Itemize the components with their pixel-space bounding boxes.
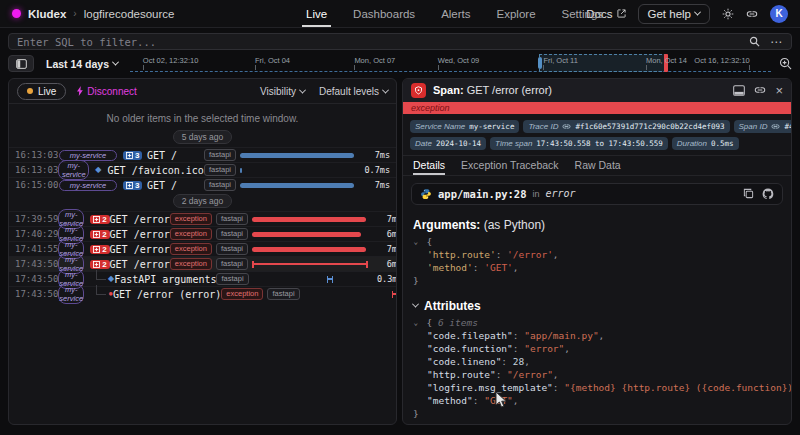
disconnect-label: Disconnect (87, 86, 136, 97)
tab-explore[interactable]: Explore (497, 0, 536, 27)
fold-icon[interactable]: ⌄ (414, 317, 419, 327)
meta-label: Trace ID (528, 122, 558, 131)
detail-tab-raw-data[interactable]: Raw Data (575, 156, 621, 175)
time-ago-chip: 5 days ago (173, 130, 233, 144)
debug-diamond-icon: ◆ (95, 166, 101, 174)
tag-fastapi: fastapi (204, 149, 236, 161)
breadcrumb-project[interactable]: logfirecodesource (84, 8, 175, 20)
meta-badge-time-span[interactable]: Time span17:43:50.558 to 17:43:50.559 (490, 137, 668, 150)
close-icon[interactable]: × (775, 84, 783, 97)
duration-bar (252, 217, 366, 222)
meta-value: #416d30c0ccd46cd0 (784, 122, 792, 131)
tab-alerts[interactable]: Alerts (441, 0, 470, 27)
tab-settings[interactable]: Settings (562, 0, 604, 27)
fold-icon[interactable]: ⌄ (414, 236, 419, 246)
trace-row[interactable]: 17:43:50my-service●GET /error (error)exc… (9, 286, 396, 301)
top-nav: Kludex › logfirecodesource LiveDashboard… (0, 0, 800, 28)
meta-badge-span-id[interactable]: Span ID#416d30c0ccd46cd0 (734, 120, 793, 133)
meta-badge-date[interactable]: Date2024-10-14 (410, 137, 486, 150)
meta-badge-duration[interactable]: Duration0.5ms (672, 137, 739, 150)
row-icon-cell: ◆ (90, 275, 114, 283)
tab-dashboards[interactable]: Dashboards (353, 0, 415, 27)
row-timestamp: 17:43:50 (15, 289, 58, 299)
tab-live[interactable]: Live (306, 0, 327, 27)
dock-panel-icon[interactable] (733, 85, 745, 96)
child-count-badge[interactable]: 3 (123, 151, 142, 160)
default-levels-dropdown[interactable]: Default levels (319, 86, 388, 97)
selection-left-handle[interactable] (538, 57, 542, 69)
zoom-in-button[interactable] (779, 57, 792, 70)
tag-exception: exception (170, 213, 212, 225)
row-duration: 7ms (372, 244, 397, 254)
link-icon[interactable] (754, 84, 766, 96)
detail-tab-exception-traceback[interactable]: Exception Traceback (461, 156, 558, 175)
span-detail-panel: Span: GET /error (error) × exception Ser… (402, 78, 792, 425)
timeline-tick: Mon, Oct 07 (354, 56, 395, 65)
meta-badge-service-name[interactable]: Service Namemy-service (410, 120, 519, 133)
row-right: exceptionfastapi6ms (170, 258, 397, 270)
copy-icon[interactable] (743, 188, 754, 199)
meta-value: 0.5ms (711, 139, 734, 148)
code-in-word: in (533, 189, 540, 199)
row-right: fastapi7ms (204, 149, 390, 161)
visibility-dropdown[interactable]: Visibility (260, 86, 305, 97)
child-count-badge[interactable]: 2 (90, 260, 109, 269)
timeline[interactable]: Oct 02, 12:32:10Fri, Oct 04Mon, Oct 07We… (130, 55, 771, 72)
search-icon[interactable] (749, 36, 760, 47)
child-count-badge[interactable]: 2 (90, 230, 109, 239)
child-count-badge[interactable]: 2 (90, 215, 109, 224)
duration-bar (252, 247, 366, 252)
row-right: exceptionfastapi7ms (170, 243, 397, 255)
more-menu-button[interactable]: ⋯ (770, 35, 783, 49)
service-pill: my-service (59, 150, 117, 161)
code-file-path: app/main.py:28 (438, 188, 527, 200)
duration-bar-track (240, 181, 356, 190)
child-count-badge[interactable]: 2 (90, 245, 109, 254)
meta-value: #f1c60e57391d771c290c0b22cd4ef093 (575, 122, 724, 131)
sql-filter-input[interactable] (17, 36, 749, 48)
meta-row: Date2024-10-14Time span17:43:50.558 to 1… (410, 137, 784, 150)
sidebar-toggle-button[interactable] (8, 55, 34, 72)
user-avatar[interactable]: K (770, 5, 788, 23)
tag-exception: exception (221, 288, 263, 300)
tree-connector (96, 285, 106, 295)
attributes-heading[interactable]: Attributes (403, 291, 791, 315)
duration-bar (240, 168, 242, 173)
disconnect-button[interactable]: Disconnect (76, 86, 136, 97)
meta-label: Date (415, 139, 432, 148)
arguments-heading: Arguments: (as Python) (403, 212, 791, 234)
time-range-selector[interactable]: Last 14 days (42, 58, 122, 70)
logfire-logo-icon (12, 9, 21, 18)
service-pill: my-service (58, 160, 89, 180)
live-view-panel: Live Disconnect Visibility Default level… (8, 78, 397, 425)
chevron-down-icon (694, 9, 701, 16)
trace-row[interactable]: 16:13:03my-service◆GET /favicon.icofasta… (9, 162, 396, 177)
get-help-label: Get help (648, 8, 691, 20)
live-toggle-button[interactable]: Live (17, 83, 66, 100)
code-line: } (413, 407, 781, 420)
trace-row[interactable]: 16:15:00my-service3GET /fastapi7ms (9, 177, 396, 192)
get-help-button[interactable]: Get help (638, 4, 710, 24)
row-icon-cell: 2 (90, 230, 109, 239)
duration-bar-track (252, 260, 368, 269)
span-title: Span: GET /error (error) (433, 84, 552, 96)
code-line: "code.function": "error", (413, 342, 781, 355)
detail-tab-details[interactable]: Details (413, 156, 445, 175)
duration-bar (240, 153, 354, 158)
theme-toggle-button[interactable] (722, 8, 734, 20)
share-link-button[interactable] (746, 8, 758, 20)
row-timestamp: 17:40:29 (15, 229, 58, 239)
code-location-card[interactable]: app/main.py:28 in error (411, 183, 783, 205)
expand-icon (93, 231, 100, 238)
github-icon[interactable] (762, 188, 774, 200)
tag-fastapi: fastapi (216, 258, 248, 270)
arguments-heading-sub: (as Python) (484, 218, 545, 232)
span-title-prefix: Span: (433, 84, 464, 96)
detail-tabs: DetailsException TracebackRaw Data (403, 156, 791, 176)
duration-bar (240, 183, 354, 188)
breadcrumb-org[interactable]: Kludex (28, 8, 66, 20)
row-duration: 6ms (372, 259, 397, 269)
sun-icon (722, 8, 734, 20)
child-count-badge[interactable]: 3 (123, 181, 142, 190)
meta-badge-trace-id[interactable]: Trace ID#f1c60e57391d771c290c0b22cd4ef09… (523, 120, 729, 133)
